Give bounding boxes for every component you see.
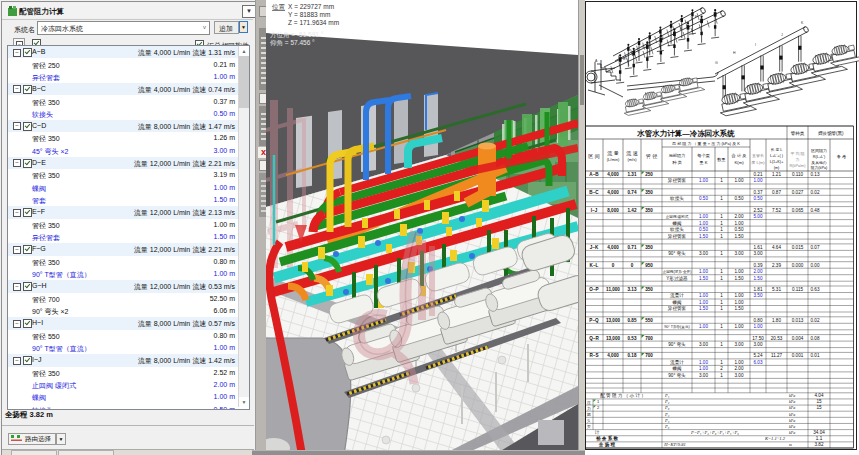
svg-text:软接头: 软接头 <box>670 227 684 232</box>
svg-text:1.50: 1.50 <box>735 306 744 311</box>
svg-text:0.02: 0.02 <box>811 318 820 323</box>
svg-text:焊接钢管(黑): 焊接钢管(黑) <box>818 130 844 136</box>
svg-text:4,000: 4,000 <box>607 172 619 177</box>
svg-text:350: 350 <box>645 190 653 195</box>
svg-text:I: I <box>755 43 756 47</box>
svg-text:P~Q: P~Q <box>589 318 599 323</box>
svg-text:700: 700 <box>645 353 653 358</box>
svg-text:R~S: R~S <box>589 353 598 358</box>
svg-text:量 K: 量 K <box>698 160 707 165</box>
svg-text:950: 950 <box>645 263 653 268</box>
svg-text:3.00: 3.00 <box>735 373 744 378</box>
svg-text:1.50: 1.50 <box>699 306 708 311</box>
svg-text:kPa: kPa <box>789 393 795 398</box>
svg-text:7.52: 7.52 <box>772 208 781 213</box>
svg-text:软接头: 软接头 <box>670 196 684 201</box>
svg-text:0.000: 0.000 <box>792 263 804 268</box>
svg-text:(L/min): (L/min) <box>607 157 620 162</box>
svg-text:局 部 阻 力 （ 重 量 × 压 力 (kPa) 及 K: 局 部 阻 力 （ 重 量 × 压 力 (kPa) 及 K <box>672 141 740 146</box>
svg-text:B~C: B~C <box>589 190 599 195</box>
svg-text:1: 1 <box>720 178 723 183</box>
svg-text:1.31: 1.31 <box>628 172 637 177</box>
svg-text:P₂: P₂ <box>664 399 670 404</box>
svg-text:1.00: 1.00 <box>735 269 744 274</box>
svg-text:34.04: 34.04 <box>813 430 825 435</box>
svg-text:6.03: 6.03 <box>754 360 763 365</box>
svg-text:kPa: kPa <box>789 405 795 410</box>
svg-text:0.50: 0.50 <box>699 227 708 232</box>
svg-text:I~J: I~J <box>591 208 598 213</box>
svg-text:P₁: P₁ <box>664 393 670 398</box>
svg-text:压: 压 <box>587 400 591 405</box>
svg-text:1: 1 <box>720 293 723 298</box>
svg-text:4,000: 4,000 <box>607 190 619 195</box>
svg-text:2.00: 2.00 <box>735 214 744 219</box>
svg-text:H=KP/9.81: H=KP/9.81 <box>663 442 686 447</box>
svg-text:1.00: 1.00 <box>699 293 708 298</box>
svg-text:0.065: 0.065 <box>792 208 804 213</box>
svg-text:11.27: 11.27 <box>771 353 783 358</box>
svg-text:R(kPa/m): R(kPa/m) <box>789 164 806 168</box>
svg-text:管 径: 管 径 <box>646 153 657 160</box>
svg-text:5.24: 5.24 <box>754 353 763 358</box>
svg-text:F: F <box>695 15 697 19</box>
svg-text:0.50: 0.50 <box>699 196 708 201</box>
svg-text:G: G <box>715 61 718 65</box>
svg-text:1.00: 1.00 <box>699 178 708 183</box>
svg-text:1.50: 1.50 <box>735 234 744 239</box>
svg-text:局部阻力: 局部阻力 <box>669 153 686 158</box>
svg-text:异径管套: 异径管套 <box>667 177 687 184</box>
svg-text:流 量: 流 量 <box>607 150 618 157</box>
svg-text:O~P: O~P <box>589 287 598 292</box>
svg-text:(m/s): (m/s) <box>627 157 637 162</box>
svg-text:A~B: A~B <box>589 172 599 177</box>
svg-text:平 均 阻: 平 均 阻 <box>790 151 804 156</box>
svg-text:350: 350 <box>645 245 653 250</box>
svg-text:Y = 81883 mm: Y = 81883 mm <box>288 11 330 18</box>
svg-text:(m): (m) <box>774 166 780 170</box>
svg-text:350: 350 <box>645 208 653 213</box>
svg-text:1.00: 1.00 <box>699 221 708 226</box>
svg-text:裕 余 系 数: 裕 余 系 数 <box>595 435 619 442</box>
svg-text:力: 力 <box>587 406 591 411</box>
svg-text:1.00: 1.00 <box>699 214 708 219</box>
svg-text:3.00: 3.00 <box>754 251 763 256</box>
svg-text:0.53: 0.53 <box>628 336 637 341</box>
svg-text:数量: 数量 <box>717 157 725 162</box>
svg-text:仰角 = 57.456 °: 仰角 = 57.456 ° <box>270 39 315 47</box>
svg-text:P₃: P₃ <box>664 405 670 410</box>
svg-text:3.50: 3.50 <box>754 293 763 298</box>
svg-text:550: 550 <box>645 318 653 323</box>
svg-text:管种类: 管种类 <box>791 130 805 136</box>
svg-text:1.00: 1.00 <box>754 324 763 329</box>
svg-text:1.50: 1.50 <box>735 276 744 281</box>
svg-text:R(L+L'): R(L+L') <box>813 155 826 159</box>
svg-text:11,000: 11,000 <box>606 287 620 292</box>
svg-text:0.01: 0.01 <box>811 353 820 358</box>
svg-text:0: 0 <box>631 263 634 268</box>
svg-text:1.42: 1.42 <box>628 208 637 213</box>
svg-text:长 度 L: 长 度 L <box>771 147 783 152</box>
svg-text:流 速: 流 速 <box>626 150 637 157</box>
svg-text:1.81: 1.81 <box>754 287 763 292</box>
svg-text:1.80: 1.80 <box>772 318 781 323</box>
svg-text:3.00: 3.00 <box>699 342 708 347</box>
svg-text:1.00: 1.00 <box>699 324 708 329</box>
svg-text:0.004: 0.004 <box>792 336 804 341</box>
svg-text:P=P₁+P₂+P₃+P₄+P₅+P₆: P=P₁+P₂+P₃+P₄+P₅+P₆ <box>690 430 739 435</box>
svg-text:度 L(m): 度 L(m) <box>751 160 765 165</box>
svg-text:15: 15 <box>816 399 822 404</box>
svg-text:1.1: 1.1 <box>816 436 823 441</box>
svg-text:K~L: K~L <box>590 263 599 268</box>
svg-text:4,000: 4,000 <box>607 245 619 250</box>
svg-text:0.63: 0.63 <box>811 287 820 292</box>
svg-text:0.74: 0.74 <box>628 190 637 195</box>
svg-text:1: 1 <box>720 306 723 311</box>
svg-text:0.85: 0.85 <box>628 318 637 323</box>
svg-text:P₅: P₅ <box>664 418 670 423</box>
svg-text:1.00: 1.00 <box>699 360 708 365</box>
svg-text:0.87: 0.87 <box>772 190 781 195</box>
svg-text:1: 1 <box>720 251 723 256</box>
svg-text:90° T形管(直流): 90° T形管(直流) <box>664 324 689 329</box>
svg-text:Q~R: Q~R <box>589 336 599 341</box>
